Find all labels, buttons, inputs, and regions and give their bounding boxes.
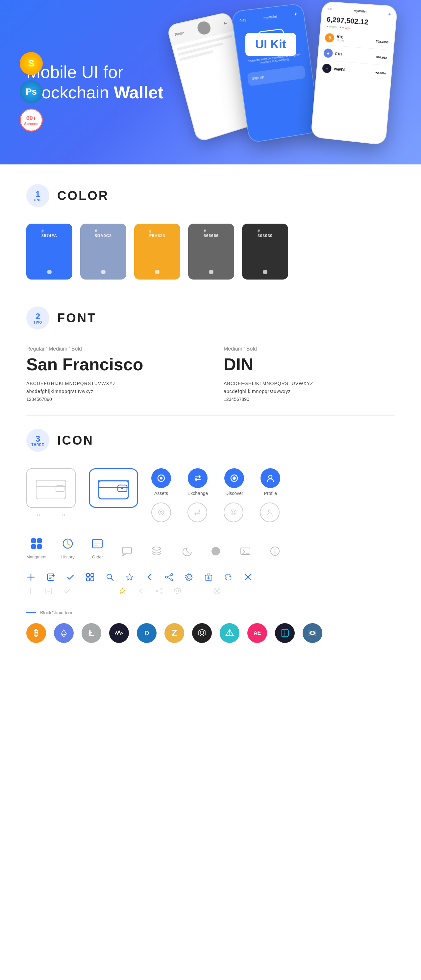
check-icon <box>66 573 75 582</box>
svg-marker-79 <box>199 629 205 636</box>
bitcoin-icon: ₿ <box>26 623 46 643</box>
svg-rect-45 <box>91 574 94 576</box>
share-outline-icon <box>155 587 163 597</box>
svg-point-71 <box>156 590 158 592</box>
svg-rect-19 <box>31 544 36 549</box>
svg-rect-0 <box>36 481 66 499</box>
svg-point-55 <box>188 576 190 579</box>
order-label: Order <box>92 554 103 559</box>
check-outline-icon <box>63 587 71 597</box>
svg-point-51 <box>166 576 167 578</box>
color-section: 1 ONE COLOR #3574FA #8DA0C8 #F5A823 #666… <box>0 164 421 293</box>
font-sf-lower: abcdefghijklmnopqrstuvwxyz <box>26 389 197 394</box>
font-sf: Regular ' Medium ' Bold San Francisco AB… <box>26 346 197 402</box>
color-swatch-dark: #303030 <box>242 224 288 280</box>
font-section-header: 2 TWO FONT <box>26 307 395 329</box>
svg-point-8 <box>160 477 163 479</box>
svg-point-12 <box>158 510 164 515</box>
order-icon <box>89 535 105 552</box>
blockchain-line <box>26 612 36 613</box>
svg-point-16 <box>268 510 271 512</box>
font-columns: Regular ' Medium ' Bold San Francisco AB… <box>26 346 395 402</box>
grid-icon <box>86 573 95 582</box>
discover-icon <box>224 468 244 488</box>
hero-title-bold: Wallet <box>114 83 163 102</box>
plus-outline-icon <box>26 587 34 597</box>
color-swatch-lightblue: #8DA0C8 <box>80 224 126 280</box>
order-nav-item: Order <box>89 535 105 559</box>
management-icon <box>28 535 45 552</box>
stellar-icon <box>303 623 322 643</box>
management-label: Mangment <box>26 554 46 559</box>
moon-icon <box>178 543 195 559</box>
dash-icon: D <box>137 623 156 643</box>
color-section-number: 1 ONE <box>26 184 49 207</box>
nav-icons-filled: Assets Exchange <box>151 468 280 522</box>
font-din-upper: ABCDEFGHIJKLMNOPQRSTUVWXYZ <box>224 381 395 386</box>
svg-line-54 <box>167 578 171 579</box>
color-swatch-orange: #F5A823 <box>134 224 180 280</box>
svg-rect-4 <box>99 481 128 487</box>
assets-label: Assets <box>154 491 168 496</box>
tool-icons-row <box>26 573 395 582</box>
exchange-outline-icon <box>188 503 207 522</box>
bottom-nav-icons: Mangment History Order <box>26 535 395 559</box>
svg-point-73 <box>177 590 179 592</box>
svg-rect-26 <box>122 547 132 554</box>
tool-icons: S Ps 60+ Screens <box>20 52 43 132</box>
svg-point-28 <box>212 547 220 555</box>
settings-icon <box>184 573 193 582</box>
blockchain-header: BlockChain Icon <box>26 610 395 615</box>
chevron-left-outline-icon <box>137 587 145 597</box>
svg-point-70 <box>161 588 163 590</box>
svg-rect-44 <box>86 574 89 576</box>
ps-icon: Ps <box>20 80 43 103</box>
font-sf-upper: ABCDEFGHIJKLMNOPQRSTUVWXYZ <box>26 381 197 386</box>
svg-line-31 <box>243 552 245 554</box>
history-label: History <box>61 554 74 559</box>
svg-point-6 <box>121 487 123 489</box>
ui-kit-label: UI Kit <box>255 38 286 51</box>
wallet-solid <box>89 468 138 508</box>
icon-top-row: Assets Exchange <box>26 468 395 522</box>
assets-outline-icon <box>151 503 171 522</box>
star-icon <box>125 573 134 582</box>
plus-icon <box>26 573 35 582</box>
ethereum-icon <box>54 623 74 643</box>
close-outline-icon <box>213 587 221 597</box>
svg-marker-78 <box>61 634 67 637</box>
font-din-nums: 1234567890 <box>224 397 395 402</box>
blockchain-icons-row: ₿ Ł D Z <box>26 623 395 643</box>
svg-line-30 <box>243 550 245 552</box>
aragon-icon <box>220 623 239 643</box>
svg-rect-47 <box>91 578 94 581</box>
terminal-icon <box>237 543 254 559</box>
svg-point-15 <box>232 511 235 514</box>
exchange-label: Exchange <box>188 491 208 496</box>
assets-icon-item: Assets <box>151 468 171 496</box>
svg-point-52 <box>171 579 173 581</box>
font-din-style: Medium ' Bold <box>224 346 395 352</box>
history-nav-item: History <box>59 535 76 559</box>
icon-section-header: 3 THREE ICON <box>26 429 395 452</box>
chevron-left-icon <box>145 573 154 582</box>
close-icon <box>243 573 253 582</box>
discover-label: Discover <box>225 491 243 496</box>
waves-icon <box>109 623 129 643</box>
font-din-name: DIN <box>224 355 395 374</box>
hero-section: Mobile UI for Blockchain Wallet UI Kit S… <box>0 0 421 164</box>
svg-rect-18 <box>37 538 42 543</box>
color-title: COLOR <box>57 189 109 203</box>
svg-point-27 <box>153 547 161 550</box>
svg-rect-3 <box>99 481 128 499</box>
profile-label: Profile <box>264 491 277 496</box>
star-outline-icon <box>118 587 126 597</box>
share-icon <box>164 573 174 582</box>
svg-marker-80 <box>200 631 204 635</box>
chat-icon <box>119 543 135 559</box>
blockchain-label: BlockChain Icon <box>40 610 73 615</box>
svg-rect-62 <box>46 588 52 594</box>
zcash-icon: Z <box>164 623 184 643</box>
icon-section: 3 THREE ICON <box>0 416 421 676</box>
settings-outline-icon <box>174 587 182 597</box>
